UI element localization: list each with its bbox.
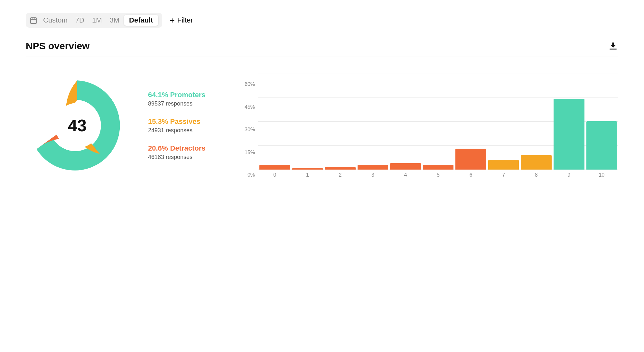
bar-1 [292,168,323,170]
bar-col-7 [488,73,519,170]
bar-6 [455,149,486,170]
y-label-0: 0% [247,172,255,178]
y-label-30: 30% [245,127,255,133]
x-label-8: 8 [521,172,552,178]
nps-header: NPS overview [26,41,618,51]
bar-col-9 [554,73,584,170]
detractors-label: 20.6% Detractors [148,144,219,153]
bar-chart: 60% 45% 30% 15% 0% [238,73,618,178]
x-label-3: 3 [358,172,388,178]
bar-col-5 [423,73,454,170]
promoters-legend: 64.1% Promoters 89537 responses [148,91,219,107]
x-label-9: 9 [554,172,584,178]
bar-col-2 [325,73,356,170]
y-label-45: 45% [245,104,255,110]
calendar-icon [30,16,37,24]
plus-icon: + [170,16,175,24]
bar-col-4 [390,73,421,170]
x-label-0: 0 [259,172,290,178]
filter-label: Filter [177,16,193,24]
nps-title: NPS overview [26,41,89,51]
x-label-1: 1 [292,172,323,178]
page-container: Custom 7D 1M 3M Default + Filter NPS ove… [0,0,644,191]
svg-rect-0 [31,18,36,23]
x-label-7: 7 [488,172,519,178]
x-label-2: 2 [325,172,356,178]
1m-filter-btn[interactable]: 1M [89,15,105,26]
time-filter-group: Custom 7D 1M 3M Default [26,13,162,28]
bar-col-6 [455,73,486,170]
detractors-sub: 46183 responses [148,154,219,161]
bar-9 [554,99,584,170]
x-label-6: 6 [455,172,486,178]
bar-col-1 [292,73,323,170]
promoters-label: 64.1% Promoters [148,91,219,99]
3m-filter-btn[interactable]: 3M [106,15,123,26]
bar-col-3 [358,73,388,170]
donut-chart: 43 [26,74,129,177]
nps-content: 43 64.1% Promoters 89537 responses 15.3%… [26,73,618,178]
download-button[interactable] [608,41,618,51]
nps-section: NPS overview [26,41,618,178]
bar-3 [358,165,388,170]
x-label-4: 4 [390,172,421,178]
passives-label: 15.3% Passives [148,117,219,126]
detractors-legend: 20.6% Detractors 46183 responses [148,144,219,161]
bar-col-8 [521,73,552,170]
divider [26,57,618,57]
passives-legend: 15.3% Passives 24931 responses [148,117,219,134]
bar-7 [488,160,519,170]
filter-button[interactable]: + Filter [170,16,193,24]
bar-col-10 [586,73,617,170]
x-label-5: 5 [423,172,454,178]
bar-8 [521,155,552,170]
y-label-15: 15% [245,150,255,155]
x-axis: 012345678910 [258,170,618,178]
y-axis: 60% 45% 30% 15% 0% [245,81,258,178]
toolbar: Custom 7D 1M 3M Default + Filter [26,13,618,28]
x-label-10: 10 [586,172,617,178]
bar-5 [423,165,454,170]
bar-2 [325,167,356,170]
legend: 64.1% Promoters 89537 responses 15.3% Pa… [148,91,219,161]
7d-filter-btn[interactable]: 7D [72,15,88,26]
donut-score: 43 [55,103,100,148]
passives-sub: 24931 responses [148,127,219,134]
bar-col-0 [259,73,290,170]
y-label-60: 60% [245,81,255,87]
bar-4 [390,163,421,170]
promoters-sub: 89537 responses [148,100,219,107]
default-filter-btn[interactable]: Default [124,15,158,26]
custom-filter-btn[interactable]: Custom [40,15,71,26]
bars-row [258,73,618,170]
bar-10 [586,121,617,170]
bar-0 [259,165,290,170]
